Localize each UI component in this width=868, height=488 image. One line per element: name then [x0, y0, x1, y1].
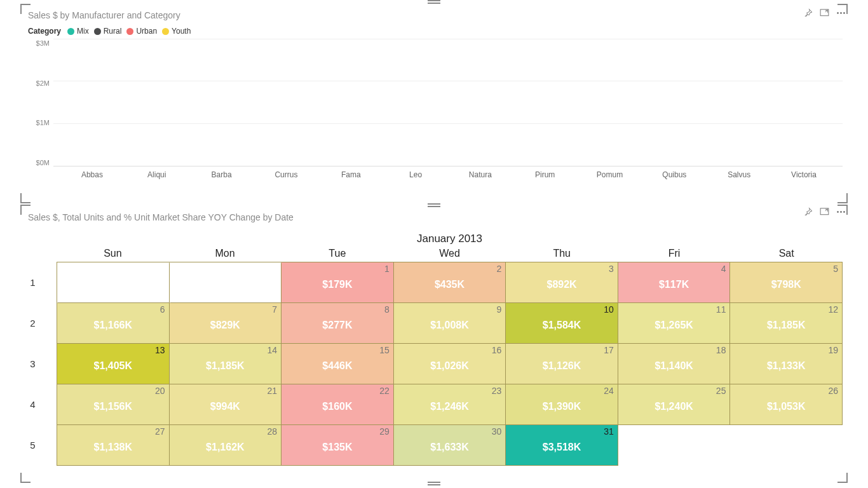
- legend-item-rural[interactable]: Rural: [94, 27, 122, 36]
- selection-mid-bottom[interactable]: [428, 482, 440, 485]
- visual-header-top: [803, 8, 846, 21]
- calendar-cell-7[interactable]: 7$829K: [170, 303, 282, 344]
- selection-corner-tl-lower[interactable]: [20, 205, 31, 215]
- calendar-cell-21[interactable]: 21$994K: [170, 384, 282, 425]
- svg-point-6: [841, 212, 842, 213]
- focus-mode-icon[interactable]: [819, 207, 830, 220]
- calendar-cell-blank: [57, 262, 170, 303]
- calendar-cell-3[interactable]: 3$892K: [506, 262, 618, 303]
- svg-point-2: [841, 13, 842, 14]
- selection-mid-top[interactable]: [428, 0, 440, 4]
- calendar-cell-17[interactable]: 17$1,126K: [506, 344, 618, 384]
- calendar-cell-26[interactable]: 26$1,053K: [730, 384, 843, 425]
- calendar-cell-4[interactable]: 4$117K: [618, 262, 731, 303]
- calendar-cell-2[interactable]: 2$435K: [394, 262, 506, 303]
- calendar-cell-11[interactable]: 11$1,265K: [618, 303, 731, 344]
- calendar-cell-28[interactable]: 28$1,162K: [170, 425, 282, 466]
- calendar-cell-14[interactable]: 14$1,185K: [170, 344, 282, 384]
- pin-icon[interactable]: [803, 8, 813, 21]
- plot-area[interactable]: [53, 39, 843, 166]
- svg-point-7: [843, 212, 844, 213]
- selection-corner-br-upper[interactable]: [837, 193, 848, 203]
- calendar-cell-18[interactable]: 18$1,140K: [618, 344, 731, 384]
- svg-point-1: [837, 13, 839, 14]
- stacked-bar-chart: Sales $ by Manufacturer and Category Cat…: [20, 6, 848, 203]
- calendar-cell-20[interactable]: 20$1,156K: [57, 384, 170, 425]
- focus-mode-icon[interactable]: [819, 8, 830, 21]
- calendar-cell-12[interactable]: 12$1,185K: [730, 303, 843, 344]
- selection-corner-tl[interactable]: [20, 4, 31, 14]
- calendar-cell-22[interactable]: 22$160K: [281, 384, 394, 425]
- calendar-cell-16[interactable]: 16$1,026K: [394, 344, 506, 384]
- calendar-cell-27[interactable]: 27$1,138K: [57, 425, 170, 466]
- calendar-cell-9[interactable]: 9$1,008K: [394, 303, 506, 344]
- pin-icon[interactable]: [803, 207, 813, 220]
- svg-point-3: [843, 13, 844, 14]
- calendar-cell-blank: [170, 262, 282, 303]
- more-options-icon[interactable]: [836, 8, 846, 21]
- calendar-cell-5[interactable]: 5$798K: [730, 262, 843, 303]
- calendar-cell-31[interactable]: 31$3,518K: [506, 425, 618, 466]
- calendar-month: January 2013: [57, 233, 843, 245]
- calendar-cell-23[interactable]: 23$1,246K: [394, 384, 506, 425]
- calendar-cell-25[interactable]: 25$1,240K: [618, 384, 731, 425]
- calendar-cell-6[interactable]: 6$1,166K: [57, 303, 170, 344]
- chart-legend: Category Mix Rural Urban Youth: [28, 27, 843, 36]
- calendar-cell-10[interactable]: 10$1,584K: [506, 303, 618, 344]
- legend-item-youth[interactable]: Youth: [162, 27, 191, 36]
- calendar-cell-1[interactable]: 1$179K: [281, 262, 394, 303]
- calendar-cells: 1$179K2$435K3$892K4$117K5$798K6$1,166K7$…: [57, 262, 843, 466]
- calendar-cell-15[interactable]: 15$446K: [281, 344, 394, 384]
- calendar-heatmap: Sales $, Total Units and % Unit Market S…: [20, 208, 848, 466]
- y-axis: $3M $2M $1M $0M: [28, 39, 53, 166]
- selection-mid-divider[interactable]: [428, 203, 440, 207]
- selection-corner-bl-upper[interactable]: [20, 193, 31, 203]
- calendar-title: Sales $, Total Units and % Unit Market S…: [28, 212, 843, 222]
- svg-point-5: [837, 212, 839, 213]
- calendar-cell-24[interactable]: 24$1,390K: [506, 384, 618, 425]
- legend-label: Category: [28, 27, 61, 36]
- more-options-icon[interactable]: [836, 207, 846, 220]
- legend-item-mix[interactable]: Mix: [67, 27, 89, 36]
- calendar-cell-8[interactable]: 8$277K: [281, 303, 394, 344]
- legend-item-urban[interactable]: Urban: [126, 27, 157, 36]
- selection-corner-br[interactable]: [837, 473, 848, 483]
- calendar-cell-30[interactable]: 30$1,633K: [394, 425, 506, 466]
- calendar-cell-13[interactable]: 13$1,405K: [57, 344, 170, 384]
- calendar-weekday-header: SunMonTueWedThuFriSat: [57, 248, 843, 262]
- calendar-cell-19[interactable]: 19$1,133K: [730, 344, 843, 384]
- x-axis: AbbasAliquiBarbaCurrusFamaLeoNaturaPirum…: [28, 170, 843, 179]
- calendar-cell-29[interactable]: 29$135K: [281, 425, 394, 466]
- selection-corner-bl[interactable]: [20, 473, 31, 483]
- visual-header-bottom: [803, 207, 846, 220]
- chart-title: Sales $ by Manufacturer and Category: [28, 10, 843, 20]
